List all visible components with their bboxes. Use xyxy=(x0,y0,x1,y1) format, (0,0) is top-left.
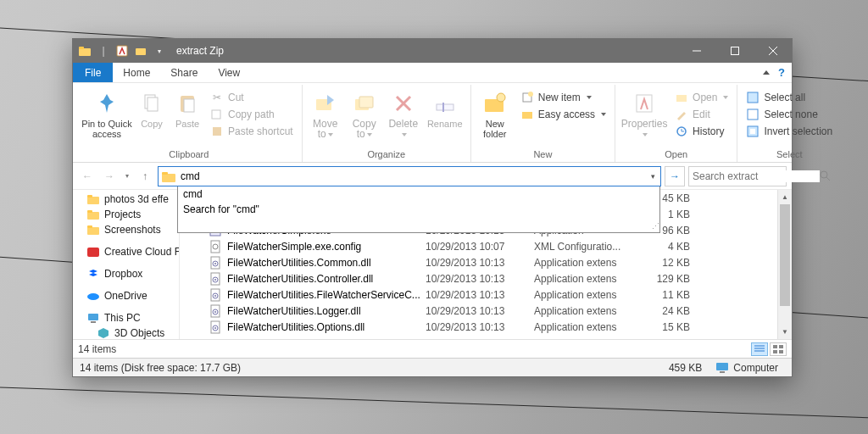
move-to-button[interactable]: Move to xyxy=(308,88,343,141)
maximize-button[interactable] xyxy=(715,39,754,63)
tree-item[interactable]: Projects xyxy=(73,207,179,222)
recent-dropdown[interactable]: ▾ xyxy=(122,167,132,186)
scroll-up-icon[interactable]: ▲ xyxy=(778,190,792,204)
move-icon xyxy=(312,90,339,117)
svg-rect-46 xyxy=(91,321,96,323)
folder-icon xyxy=(86,192,100,206)
computer-icon xyxy=(715,362,729,374)
details-view-button[interactable] xyxy=(751,342,768,356)
paste-shortcut-button[interactable]: Paste shortcut xyxy=(207,124,297,139)
properties-icon[interactable] xyxy=(115,44,129,58)
svg-rect-77 xyxy=(773,345,777,348)
folder-icon xyxy=(161,169,176,184)
properties-button[interactable]: Properties xyxy=(620,88,668,141)
status-size: 459 KB xyxy=(662,362,709,374)
file-row[interactable]: FileWatcherUtilities.Logger.dll10/29/201… xyxy=(180,303,792,319)
scrollbar[interactable]: ▲ ▼ xyxy=(777,190,792,339)
tree-item[interactable]: Dropbox xyxy=(73,266,179,281)
paste-button[interactable]: Paste xyxy=(171,88,203,131)
tree-item[interactable]: 3D Objects xyxy=(73,326,179,339)
rename-button[interactable]: Rename xyxy=(425,88,465,131)
tab-home[interactable]: Home xyxy=(113,63,160,82)
help-icon[interactable]: ? xyxy=(778,66,785,79)
copypath-icon xyxy=(210,108,224,121)
file-row[interactable]: FileWatcherUtilities.Common.dll10/29/201… xyxy=(180,254,792,270)
minimize-button[interactable] xyxy=(677,39,715,63)
invert-selection-button[interactable]: Invert selection xyxy=(743,124,836,139)
file-row[interactable]: FileWatcherSimple.exe.config10/29/2013 1… xyxy=(180,238,792,254)
svg-rect-82 xyxy=(720,371,725,373)
status-left: 14 items (Disk free space: 17.7 GB) xyxy=(80,362,241,374)
copy-icon xyxy=(138,90,165,117)
svg-rect-9 xyxy=(147,97,158,111)
copy-path-button[interactable]: Copy path xyxy=(207,107,297,122)
svg-rect-11 xyxy=(184,99,194,112)
thumbnails-view-button[interactable] xyxy=(770,342,787,356)
window-title: extract Zip xyxy=(176,45,224,57)
svg-rect-42 xyxy=(87,225,92,228)
nav-tree[interactable]: photos 3d effeProjectsScreenshotsCreativ… xyxy=(73,190,180,339)
svg-point-64 xyxy=(214,279,216,281)
scroll-down-icon[interactable]: ▼ xyxy=(778,325,792,339)
folder-icon xyxy=(86,208,100,221)
copy-button[interactable]: Copy xyxy=(136,88,168,131)
copy-to-button[interactable]: Copy to xyxy=(347,88,382,141)
svg-rect-29 xyxy=(748,92,758,103)
items-bar: 14 items xyxy=(73,339,792,358)
svg-rect-80 xyxy=(779,350,783,353)
delete-icon xyxy=(390,90,417,117)
search-box[interactable] xyxy=(688,166,787,186)
address-bar[interactable]: ▾ cmd Search for "cmd" ⋰ xyxy=(158,166,661,186)
scroll-thumb[interactable] xyxy=(780,204,790,306)
svg-rect-16 xyxy=(359,97,373,108)
open-button[interactable]: Open xyxy=(671,90,732,105)
close-button[interactable] xyxy=(754,39,792,63)
qat-dropdown-icon[interactable]: ▾ xyxy=(153,44,166,58)
search-input[interactable] xyxy=(693,170,820,182)
file-row[interactable]: FileWatcherUtilities.FileWatcherServiceC… xyxy=(180,287,792,303)
titlebar[interactable]: | ▾ extract Zip xyxy=(73,39,792,63)
suggest-item[interactable]: cmd xyxy=(178,186,659,202)
file-row[interactable]: FileWatcherUtilities.Options.dll10/29/20… xyxy=(180,319,792,335)
pin-to-quick-access-button[interactable]: Pin to Quick access xyxy=(81,88,132,141)
up-button[interactable]: ↑ xyxy=(136,167,154,186)
new-folder-icon[interactable] xyxy=(134,44,147,58)
delete-button[interactable]: Delete xyxy=(386,88,421,141)
tree-item[interactable]: Screenshots xyxy=(73,222,179,237)
tab-share[interactable]: Share xyxy=(160,63,208,82)
go-button[interactable]: → xyxy=(665,166,685,186)
tab-file[interactable]: File xyxy=(73,63,113,82)
svg-point-24 xyxy=(528,92,533,97)
collapse-ribbon-icon[interactable] xyxy=(763,70,770,75)
tree-item[interactable]: OneDrive xyxy=(73,288,179,303)
tree-item[interactable]: Creative Cloud Files xyxy=(73,244,179,259)
group-open: Properties Open Edit History Open xyxy=(615,85,737,162)
cut-button[interactable]: ✂Cut xyxy=(207,90,297,105)
address-dropdown-icon[interactable]: ▾ xyxy=(645,172,660,181)
edit-button[interactable]: Edit xyxy=(671,107,732,122)
select-none-button[interactable]: Select none xyxy=(743,107,836,122)
new-item-button[interactable]: New item xyxy=(517,90,609,105)
easy-access-button[interactable]: Easy access xyxy=(517,107,609,122)
resize-handle-icon[interactable]: ⋰ xyxy=(652,222,658,231)
edit-icon xyxy=(675,108,688,121)
new-folder-button[interactable]: New folder xyxy=(476,88,514,141)
open-icon xyxy=(675,91,688,104)
history-button[interactable]: History xyxy=(671,124,732,139)
group-clipboard: Pin to Quick access Copy Paste ✂Cut Copy… xyxy=(76,85,303,162)
tree-item[interactable]: This PC xyxy=(73,310,179,326)
suggest-item[interactable]: Search for "cmd" xyxy=(178,202,659,217)
easyaccess-icon xyxy=(520,108,534,121)
select-all-button[interactable]: Select all xyxy=(743,90,836,105)
svg-rect-5 xyxy=(731,47,738,55)
group-select: Select all Select none Invert selection … xyxy=(737,85,841,162)
file-row[interactable]: FileWatcherUtilities.Controller.dll10/29… xyxy=(180,270,792,287)
address-input[interactable] xyxy=(179,170,645,182)
svg-rect-41 xyxy=(87,227,99,235)
tree-item[interactable]: photos 3d effe xyxy=(73,192,179,207)
status-bar: 14 items (Disk free space: 17.7 GB) 459 … xyxy=(73,358,792,376)
tab-view[interactable]: View xyxy=(208,63,250,82)
forward-button[interactable]: → xyxy=(100,167,119,186)
back-button[interactable]: ← xyxy=(78,167,97,186)
copyto-icon xyxy=(351,90,378,117)
